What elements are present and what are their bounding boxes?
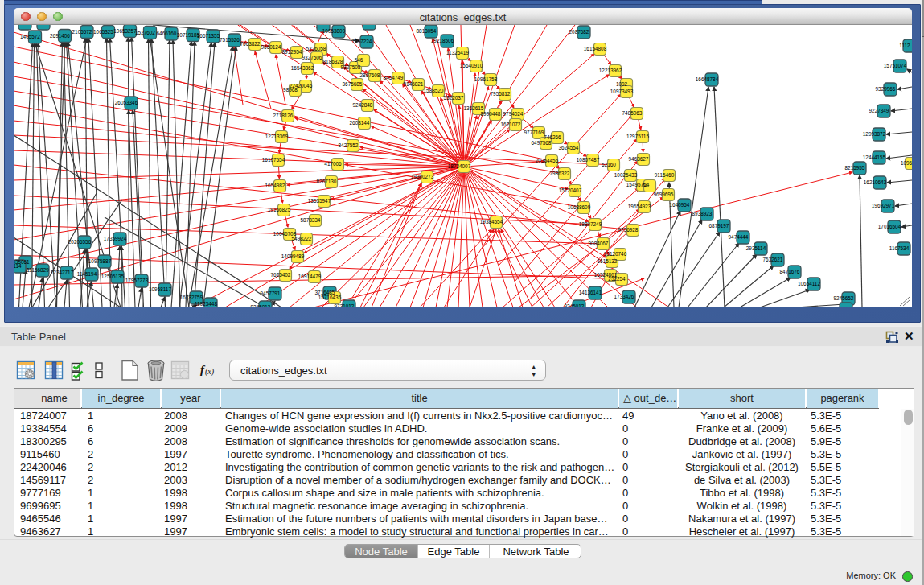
svg-text:9474444: 9474444 <box>729 234 749 240</box>
svg-text:39114: 39114 <box>14 263 22 269</box>
svg-text:12093872: 12093872 <box>863 131 886 137</box>
svg-text:6879197: 6879197 <box>709 223 729 229</box>
svg-text:8454749: 8454749 <box>384 75 404 80</box>
svg-text:11923448: 11923448 <box>195 301 217 307</box>
svg-text:(x): (x) <box>205 367 215 377</box>
svg-text:20206556: 20206556 <box>68 239 92 245</box>
svg-text:10653257: 10653257 <box>113 28 137 34</box>
svg-text:11325419: 11325419 <box>446 50 469 56</box>
svg-text:1167534: 1167534 <box>889 245 910 251</box>
svg-text:12444155: 12444155 <box>863 154 886 160</box>
svg-text:3624554: 3624554 <box>559 145 579 150</box>
svg-text:62160: 62160 <box>602 162 616 167</box>
svg-text:16914479: 16914479 <box>298 274 322 279</box>
svg-text:7357224: 7357224 <box>352 39 372 44</box>
svg-text:17016504: 17016504 <box>878 224 901 229</box>
svg-text:19692971: 19692971 <box>872 203 895 208</box>
svg-text:9777169: 9777169 <box>524 130 544 135</box>
svg-text:10975887: 10975887 <box>88 258 112 264</box>
svg-text:9084067: 9084067 <box>589 241 609 246</box>
svg-text:12975115: 12975115 <box>626 134 649 139</box>
svg-text:3675685: 3675685 <box>343 81 363 87</box>
svg-text:2603144: 2603144 <box>350 120 370 126</box>
svg-text:8813054: 8813054 <box>417 28 437 34</box>
svg-text:746266: 746266 <box>544 134 561 140</box>
svg-text:9327508: 9327508 <box>341 64 361 70</box>
svg-text:2087682: 2087682 <box>569 29 589 35</box>
svg-text:10973493: 10973493 <box>610 89 634 94</box>
svg-text:98968: 98968 <box>283 87 298 93</box>
svg-text:2935114: 2935114 <box>746 245 766 251</box>
svg-text:19654923: 19654923 <box>628 204 651 209</box>
svg-text:1588520: 1588520 <box>424 88 444 93</box>
svg-text:5498222: 5498222 <box>292 236 312 241</box>
svg-text:12342717: 12342717 <box>51 270 74 275</box>
svg-text:19218506: 19218506 <box>431 38 454 43</box>
svg-text:10958117: 10958117 <box>149 286 171 292</box>
svg-text:15751074: 15751074 <box>884 63 907 68</box>
svg-text:8938923: 8938923 <box>692 211 713 216</box>
svg-text:2691406: 2691406 <box>50 33 70 39</box>
svg-text:15640910: 15640910 <box>460 63 483 68</box>
svg-text:7663822: 7663822 <box>240 41 261 47</box>
svg-text:7955812: 7955812 <box>491 91 511 97</box>
svg-text:5226058: 5226058 <box>306 46 326 51</box>
svg-text:20364456: 20364456 <box>536 158 559 163</box>
svg-text:19300273: 19300273 <box>411 174 434 179</box>
svg-text:14136141: 14136141 <box>579 290 602 295</box>
svg-text:9245652: 9245652 <box>834 295 854 301</box>
svg-text:7986322: 7986322 <box>550 171 570 176</box>
svg-text:9731012: 9731012 <box>335 303 355 307</box>
svg-text:1405572: 1405572 <box>20 34 40 39</box>
svg-text:1654982: 1654982 <box>265 183 285 188</box>
svg-text:1112: 1112 <box>899 43 910 48</box>
svg-text:10053809: 10053809 <box>322 28 346 34</box>
svg-text:9245012: 9245012 <box>565 303 585 307</box>
svg-text:9660124: 9660124 <box>261 44 281 50</box>
svg-text:19166825: 19166825 <box>268 207 291 212</box>
svg-text:10807487: 10807487 <box>577 157 600 163</box>
svg-text:8471676: 8471676 <box>780 269 800 274</box>
svg-text:15720407: 15720407 <box>559 187 582 193</box>
svg-text:5322037: 5322037 <box>444 95 464 101</box>
svg-text:16107554: 16107554 <box>262 157 285 163</box>
svg-text:1362615: 1362615 <box>464 105 484 111</box>
svg-text:1065325: 1065325 <box>93 29 113 35</box>
svg-text:19384554: 19384554 <box>480 219 503 225</box>
svg-text:13535947: 13535947 <box>308 198 331 204</box>
svg-text:14099489: 14099489 <box>281 253 305 259</box>
svg-text:15716436: 15716436 <box>318 295 342 300</box>
svg-text:10654112: 10654112 <box>798 281 820 286</box>
svg-text:8215955: 8215955 <box>845 165 865 171</box>
svg-text:7632621: 7632621 <box>763 257 783 262</box>
svg-text:9327506: 9327506 <box>302 55 322 60</box>
svg-text:5878334: 5878334 <box>301 217 321 223</box>
svg-text:1096: 1096 <box>901 160 912 166</box>
svg-text:16782759: 16782759 <box>180 295 203 300</box>
svg-text:546: 546 <box>355 57 363 63</box>
svg-text:1640954: 1640954 <box>670 202 690 208</box>
svg-text:9329966: 9329966 <box>876 86 896 92</box>
svg-text:11156829: 11156829 <box>27 267 49 273</box>
svg-text:1615132: 1615132 <box>598 258 618 264</box>
svg-text:17359924: 17359924 <box>104 236 127 241</box>
svg-text:12505135: 12505135 <box>101 274 125 279</box>
svg-text:12213369: 12213369 <box>265 134 289 139</box>
svg-text:18724007: 18724007 <box>448 163 471 169</box>
svg-text:9699695: 9699695 <box>654 192 674 197</box>
svg-text:16154808: 16154808 <box>584 46 607 51</box>
svg-text:9756928: 9756928 <box>618 227 639 233</box>
svg-text:8912954: 8912954 <box>282 49 302 55</box>
svg-text:252254: 252254 <box>608 276 626 282</box>
svg-text:9457791: 9457791 <box>261 290 281 296</box>
svg-text:1527602: 1527602 <box>135 30 155 35</box>
svg-text:64: 64 <box>642 183 648 188</box>
svg-text:9245012: 9245012 <box>251 304 271 307</box>
svg-text:26053346: 26053346 <box>115 100 138 105</box>
svg-text:8267130: 8267130 <box>317 179 337 184</box>
svg-text:12213962: 12213962 <box>599 68 622 73</box>
svg-text:9146821: 9146821 <box>404 81 424 87</box>
svg-text:1145194: 1145194 <box>77 271 97 277</box>
svg-text:2718126: 2718126 <box>273 113 294 118</box>
svg-text:16671355: 16671355 <box>197 33 220 39</box>
